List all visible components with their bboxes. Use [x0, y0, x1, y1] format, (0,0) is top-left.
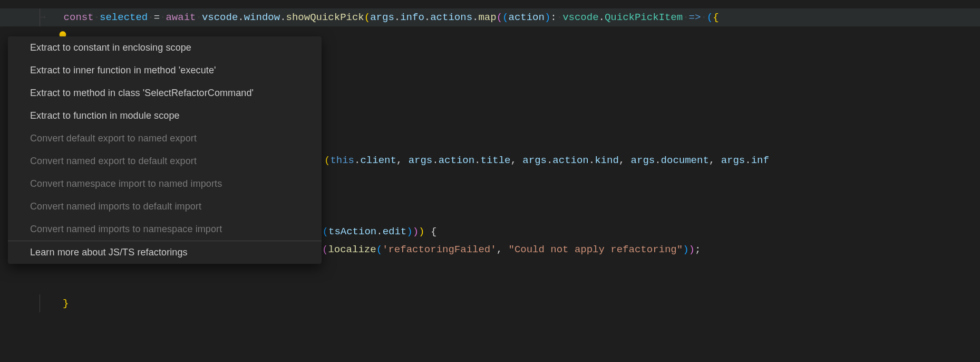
code-line[interactable]: → const·selected·=·await·vscode.window.s…: [0, 8, 980, 26]
quick-fix-item-label: Extract to inner function in method 'exe…: [30, 65, 216, 75]
quick-fix-item-label: Extract to constant in enclosing scope: [30, 42, 191, 53]
quick-fix-item-disabled[interactable]: Convert named export to default export: [8, 150, 322, 173]
quick-fix-item-disabled[interactable]: Convert named imports to default import: [8, 195, 322, 218]
quick-fix-learn-more[interactable]: Learn more about JS/TS refactorings: [8, 241, 322, 264]
lightbulb-icon[interactable]: [9, 12, 20, 22]
quick-fix-item[interactable]: Extract to method in class 'SelectRefact…: [8, 82, 322, 104]
quick-fix-item[interactable]: Extract to function in module scope: [8, 104, 322, 127]
quick-fix-item-label: Convert default export to named export: [30, 133, 197, 144]
quick-fix-item-label: Convert namespace import to named import…: [30, 178, 222, 189]
quick-fix-item-label: Convert named imports to default import: [30, 201, 201, 212]
quick-fix-item-label: Convert named imports to namespace impor…: [30, 224, 222, 234]
quick-fix-item-disabled[interactable]: Convert default export to named export: [8, 127, 322, 150]
quick-fix-item-label: Extract to method in class 'SelectRefact…: [30, 88, 254, 98]
code-line[interactable]: }: [0, 294, 980, 312]
quick-fix-item-disabled[interactable]: Convert namespace import to named import…: [8, 173, 322, 195]
code-text: → const·selected·=·await·vscode.window.s…: [40, 8, 719, 26]
quick-fix-item-disabled[interactable]: Convert named imports to namespace impor…: [8, 218, 322, 241]
gutter: [0, 8, 40, 26]
quick-fix-item[interactable]: Extract to constant in enclosing scope: [8, 36, 322, 59]
quick-fix-item-label: Convert named export to default export: [30, 156, 197, 166]
quick-fix-item-label: Extract to function in module scope: [30, 110, 180, 121]
code-text: }: [40, 294, 69, 312]
quick-fix-item[interactable]: Extract to inner function in method 'exe…: [8, 59, 322, 82]
quick-fix-menu: Extract to constant in enclosing scope E…: [8, 36, 322, 264]
quick-fix-footer-label: Learn more about JS/TS refactorings: [30, 247, 188, 258]
